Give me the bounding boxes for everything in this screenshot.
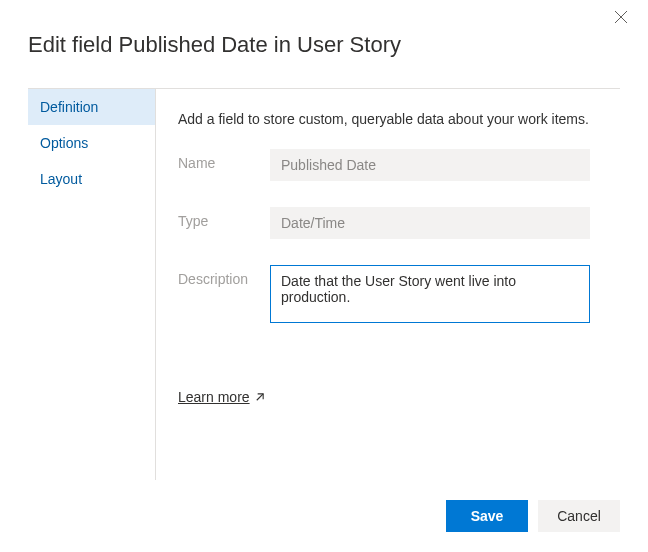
learn-more-link[interactable]: Learn more	[178, 389, 265, 405]
field-name-row: Name Published Date	[178, 149, 610, 181]
sidebar-item-options[interactable]: Options	[28, 125, 155, 161]
field-description-row: Description	[178, 265, 610, 323]
dialog-footer: Save Cancel	[28, 480, 620, 532]
main-panel: Add a field to store custom, queryable d…	[156, 89, 620, 480]
description-label: Description	[178, 265, 270, 287]
edit-field-dialog: Edit field Published Date in User Story …	[0, 0, 648, 552]
learn-more-label: Learn more	[178, 389, 250, 405]
sidebar-item-label: Layout	[40, 171, 82, 187]
close-icon	[614, 10, 628, 24]
description-input[interactable]	[270, 265, 590, 323]
name-label: Name	[178, 149, 270, 171]
name-input: Published Date	[270, 149, 590, 181]
helper-text: Add a field to store custom, queryable d…	[178, 111, 610, 127]
dialog-body: Definition Options Layout Add a field to…	[28, 88, 620, 480]
close-button[interactable]	[614, 10, 630, 26]
save-button[interactable]: Save	[446, 500, 528, 532]
sidebar-item-label: Options	[40, 135, 88, 151]
sidebar-item-label: Definition	[40, 99, 98, 115]
type-label: Type	[178, 207, 270, 229]
type-input: Date/Time	[270, 207, 590, 239]
field-type-row: Type Date/Time	[178, 207, 610, 239]
external-link-icon	[254, 392, 265, 403]
sidebar: Definition Options Layout	[28, 89, 156, 480]
dialog-title: Edit field Published Date in User Story	[28, 32, 620, 58]
sidebar-item-layout[interactable]: Layout	[28, 161, 155, 197]
sidebar-item-definition[interactable]: Definition	[28, 89, 155, 125]
cancel-button[interactable]: Cancel	[538, 500, 620, 532]
